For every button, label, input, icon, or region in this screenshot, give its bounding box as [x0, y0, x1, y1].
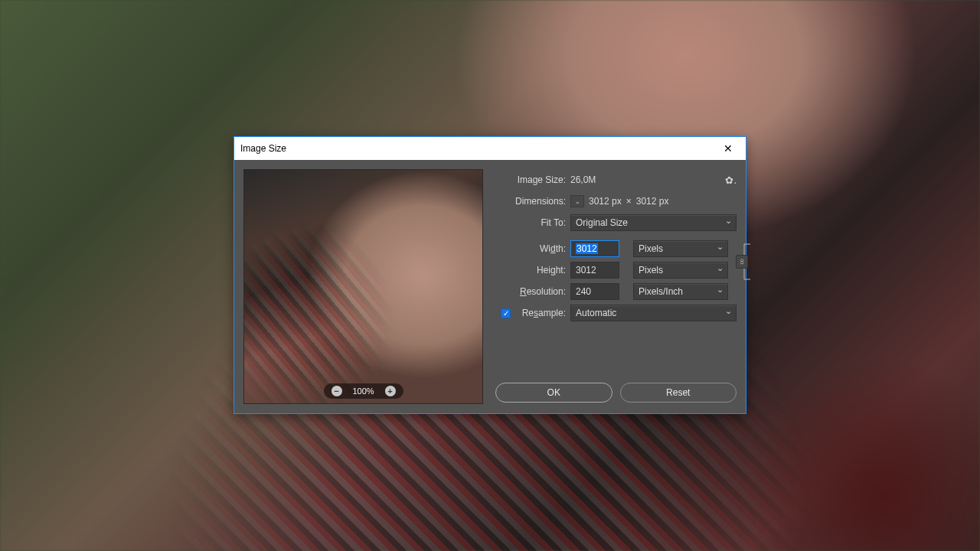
resample-select[interactable]: Automatic: [570, 305, 737, 321]
height-unit-select[interactable]: Pixels: [633, 262, 728, 279]
row-fit-to: Fit To: Original Size: [495, 212, 737, 233]
reset-button[interactable]: Reset: [620, 383, 737, 403]
height-value: 3012: [576, 265, 596, 276]
dialog-titlebar[interactable]: Image Size ✕: [234, 137, 746, 160]
width-value: 3012: [576, 243, 598, 254]
ok-label: OK: [547, 387, 560, 398]
height-label: Height:: [495, 265, 566, 276]
resolution-unit-select[interactable]: Pixels/Inch: [633, 283, 728, 300]
fit-to-select[interactable]: Original Size: [570, 214, 737, 231]
resolution-label: Resolution:: [495, 286, 566, 297]
width-label: Width:: [495, 243, 566, 254]
zoom-out-icon[interactable]: −: [331, 386, 341, 396]
image-size-label: Image Size:: [495, 174, 566, 185]
resample-value: Automatic: [576, 308, 616, 318]
row-resample: ✓ Resample: Automatic: [495, 302, 737, 324]
resolution-input[interactable]: 240: [570, 283, 619, 300]
row-height: Height: 3012 Pixels: [495, 259, 737, 281]
button-row: OK Reset: [495, 377, 737, 404]
image-size-value: 26,0M: [570, 174, 596, 185]
controls-column: Image Size: 26,0M ✿. Dimensions: ⌄ 3012 …: [495, 169, 737, 404]
row-resolution: Resolution: 240 Pixels/Inch: [495, 281, 737, 302]
gear-icon[interactable]: ✿.: [725, 174, 737, 186]
width-unit: Pixels: [639, 243, 663, 254]
constrain-proportions-icon[interactable]: 𝟾: [736, 255, 748, 269]
resample-label: Resample:: [515, 308, 566, 318]
row-width: Width: 3012 Pixels: [495, 238, 737, 259]
dimensions-height: 3012 px: [636, 196, 669, 207]
width-unit-select[interactable]: Pixels: [633, 240, 728, 257]
dimensions-label: Dimensions:: [495, 196, 566, 207]
dimensions-width: 3012 px: [589, 196, 622, 207]
zoom-level: 100%: [352, 386, 374, 396]
fit-to-value: Original Size: [576, 217, 628, 228]
resolution-unit: Pixels/Inch: [639, 286, 683, 297]
row-image-size: Image Size: 26,0M ✿.: [495, 169, 737, 191]
width-input[interactable]: 3012: [570, 240, 619, 257]
ok-button[interactable]: OK: [495, 383, 612, 403]
dimensions-dropdown-icon[interactable]: ⌄: [570, 195, 584, 207]
height-input[interactable]: 3012: [570, 262, 619, 279]
zoom-bar: − 100% +: [323, 383, 403, 399]
zoom-in-icon[interactable]: +: [385, 386, 396, 396]
dialog-body: − 100% + Image Size: 26,0M ✿. Dimensions…: [234, 160, 746, 413]
resample-checkbox[interactable]: ✓: [501, 308, 511, 318]
close-icon[interactable]: ✕: [717, 137, 740, 160]
preview-column: − 100% +: [243, 169, 483, 404]
image-size-dialog: Image Size ✕ − 100% + Image Size: 26,0M …: [234, 136, 746, 414]
row-dimensions: Dimensions: ⌄ 3012 px × 3012 px: [495, 191, 737, 212]
fit-to-label: Fit To:: [495, 217, 566, 228]
reset-label: Reset: [666, 387, 690, 398]
dimensions-times: ×: [626, 196, 632, 207]
image-preview[interactable]: − 100% +: [243, 169, 483, 404]
resolution-value: 240: [576, 286, 591, 297]
dialog-title: Image Size: [240, 143, 717, 154]
height-unit: Pixels: [639, 265, 663, 276]
